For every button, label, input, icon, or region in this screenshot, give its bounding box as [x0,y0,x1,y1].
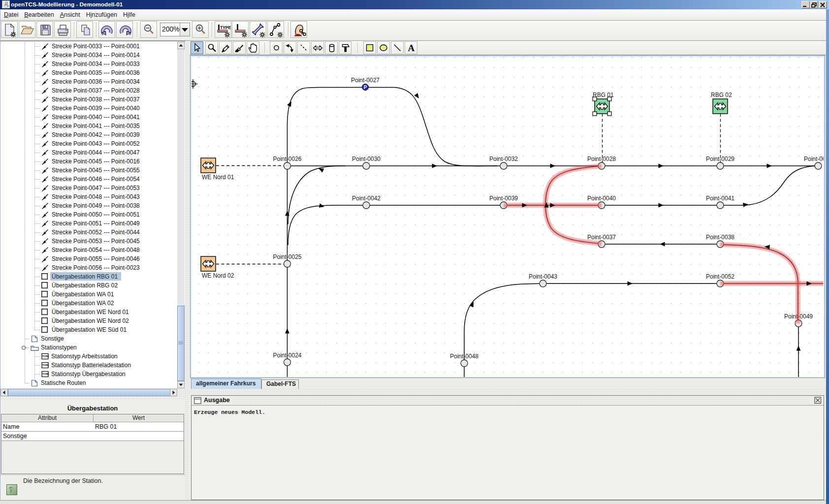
svg-text:WE Nord 02: WE Nord 02 [202,272,234,279]
svg-text:A: A [408,43,415,53]
svg-text:WE Nord 01: WE Nord 01 [202,174,234,181]
svg-text:Point-0048: Point-0048 [450,353,478,360]
svg-text:Point-0038: Point-0038 [706,234,734,241]
svg-text:TYPE: TYPE [42,373,49,376]
svg-text:P: P [364,85,367,90]
svg-text:Point-0030: Point-0030 [352,156,381,162]
svg-text:?: ? [9,486,13,494]
svg-text:Point-0025: Point-0025 [273,253,301,260]
svg-text:Point-0039: Point-0039 [489,195,518,202]
svg-text:Point-0052: Point-0052 [706,273,734,280]
svg-text:TYPE: TYPE [42,364,49,367]
svg-text:Point-0041: Point-0041 [706,195,734,202]
svg-text:Point-0037: Point-0037 [587,234,616,241]
svg-text:Point-0044: Point-0044 [804,156,824,162]
svg-text:RBG 02: RBG 02 [711,92,732,98]
svg-text:TYPE: TYPE [42,355,49,358]
svg-text:Point-0024: Point-0024 [273,352,301,359]
svg-text:Point-0029: Point-0029 [706,156,734,162]
svg-text:Point-0026: Point-0026 [273,156,301,162]
svg-text:Point-0043: Point-0043 [529,273,557,280]
svg-text:Point-0032: Point-0032 [489,156,518,162]
svg-text:Point-0028: Point-0028 [587,156,616,162]
svg-text:Point-0040: Point-0040 [587,195,616,202]
svg-text:Point-0042: Point-0042 [352,195,381,202]
svg-text:TYPE: TYPE [220,25,231,30]
svg-text:Point-0027: Point-0027 [351,77,380,84]
